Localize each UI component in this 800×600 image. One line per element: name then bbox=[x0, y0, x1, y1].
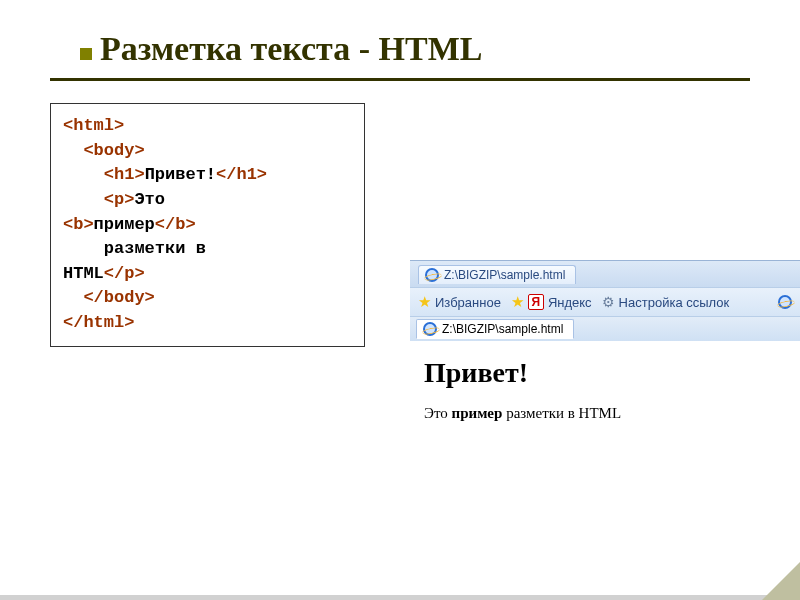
title-bullet-icon bbox=[80, 48, 92, 60]
browser-chrome: Z:\BIGZIP\sample.html ★ Избранное ★ Я Ян… bbox=[410, 260, 800, 341]
code-example-box: <html> <body> <h1>Привет!</h1> <p>Это <b… bbox=[50, 103, 365, 347]
ie-icon bbox=[425, 268, 439, 282]
browser-window: Z:\BIGZIP\sample.html ★ Избранное ★ Я Ян… bbox=[410, 260, 800, 450]
window-title-tab[interactable]: Z:\BIGZIP\sample.html bbox=[418, 265, 576, 284]
code-tag-body-open: <body> bbox=[83, 141, 144, 160]
code-tag-html-open: <html> bbox=[63, 116, 124, 135]
code-tag-h1-open: <h1> bbox=[104, 165, 145, 184]
active-tab-label: Z:\BIGZIP\sample.html bbox=[442, 322, 563, 336]
slide-shadow bbox=[0, 595, 800, 600]
p-text-bold: пример bbox=[452, 405, 503, 421]
rendered-h1: Привет! bbox=[424, 357, 786, 389]
p-text-after: разметки в HTML bbox=[502, 405, 621, 421]
star-icon: ★ bbox=[418, 293, 431, 311]
code-tag-b-open: <b> bbox=[63, 215, 94, 234]
code-text-b: пример bbox=[94, 215, 155, 234]
rendered-paragraph: Это пример разметки в HTML bbox=[424, 405, 786, 422]
active-tab[interactable]: Z:\BIGZIP\sample.html bbox=[416, 319, 574, 339]
yandex-link[interactable]: ★ Я Яндекс bbox=[511, 293, 592, 311]
code-tag-p-open: <p> bbox=[104, 190, 135, 209]
more-ie-icon-wrap[interactable] bbox=[778, 295, 792, 309]
favorites-bar: ★ Избранное ★ Я Яндекс ⚙ Настройка ссыло… bbox=[410, 287, 800, 317]
title-block: Разметка текста - HTML bbox=[50, 30, 750, 81]
ie-icon bbox=[423, 322, 437, 336]
ie-icon bbox=[778, 295, 792, 309]
title-bar: Z:\BIGZIP\sample.html bbox=[410, 261, 800, 287]
settings-label: Настройка ссылок bbox=[619, 295, 730, 310]
star-icon: ★ bbox=[511, 293, 524, 311]
settings-link[interactable]: ⚙ Настройка ссылок bbox=[602, 294, 730, 310]
favorites-button[interactable]: ★ Избранное bbox=[418, 293, 501, 311]
page-content: Привет! Это пример разметки в HTML bbox=[410, 341, 800, 450]
slide-title-text: Разметка текста - HTML bbox=[100, 30, 482, 67]
code-tag-h1-close: </h1> bbox=[216, 165, 267, 184]
code-text-p1: Это bbox=[134, 190, 165, 209]
code-tag-p-close: </p> bbox=[104, 264, 145, 283]
window-title-text: Z:\BIGZIP\sample.html bbox=[444, 268, 565, 282]
yandex-icon: Я bbox=[528, 294, 544, 310]
code-tag-body-close: </body> bbox=[83, 288, 154, 307]
code-text-p3: HTML bbox=[63, 264, 104, 283]
corner-fold-icon bbox=[762, 562, 800, 600]
yandex-label: Яндекс bbox=[548, 295, 592, 310]
code-tag-html-close: </html> bbox=[63, 313, 134, 332]
favorites-label: Избранное bbox=[435, 295, 501, 310]
slide: Разметка текста - HTML <html> <body> <h1… bbox=[0, 0, 800, 600]
code-text-h1: Привет! bbox=[145, 165, 216, 184]
title-underline bbox=[50, 78, 750, 81]
p-text-before: Это bbox=[424, 405, 452, 421]
code-tag-b-close: </b> bbox=[155, 215, 196, 234]
tab-strip: Z:\BIGZIP\sample.html bbox=[410, 317, 800, 341]
slide-title: Разметка текста - HTML bbox=[80, 30, 750, 68]
code-text-p2: разметки в bbox=[104, 239, 206, 258]
gear-icon: ⚙ bbox=[602, 294, 615, 310]
